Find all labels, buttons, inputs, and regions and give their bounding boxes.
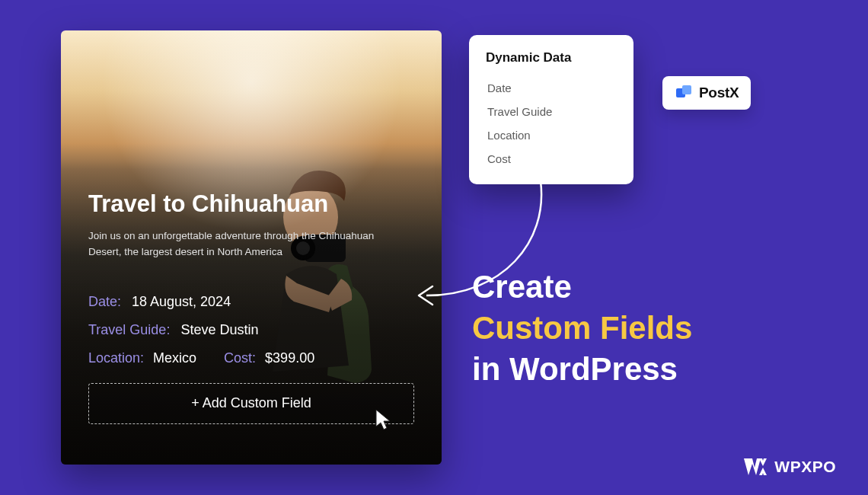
field-date-label: Date: [88, 294, 121, 310]
postx-label: PostX [699, 85, 739, 101]
popup-item-location[interactable]: Location [486, 123, 617, 147]
travel-card: Travel to Chihuahuan Join us on an unfor… [61, 30, 442, 465]
cursor-icon [374, 408, 394, 431]
wpxpo-label: WPXPO [774, 458, 836, 476]
field-location-label: Location: [88, 350, 144, 366]
dynamic-data-popup: Dynamic Data Date Travel Guide Location … [469, 35, 633, 184]
headline-line-3: in WordPress [472, 349, 692, 390]
custom-fields-list: Date: 18 August, 2024 Travel Guide: Stev… [88, 294, 414, 366]
field-guide-value: Steve Dustin [180, 322, 258, 338]
field-date-value: 18 August, 2024 [132, 294, 231, 310]
field-cost-label: Cost: [224, 350, 256, 366]
field-travel-guide: Travel Guide: Steve Dustin [88, 322, 414, 338]
headline-line-1: Create [472, 267, 692, 308]
field-location-cost: Location: Mexico Cost: $399.00 [88, 350, 414, 366]
postx-badge: PostX [662, 76, 751, 110]
field-cost-value: $399.00 [265, 350, 314, 366]
popup-title: Dynamic Data [486, 50, 617, 65]
popup-item-date[interactable]: Date [486, 76, 617, 100]
postx-logo-icon [675, 84, 693, 102]
popup-item-cost[interactable]: Cost [486, 147, 617, 171]
card-title: Travel to Chihuahuan [88, 190, 414, 218]
wpxpo-logo-icon [744, 457, 767, 477]
popup-item-travel-guide[interactable]: Travel Guide [486, 100, 617, 123]
wpxpo-logo: WPXPO [744, 457, 836, 477]
headline-line-2: Custom Fields [472, 308, 692, 349]
field-guide-label: Travel Guide: [88, 322, 170, 338]
field-location-value: Mexico [153, 350, 196, 366]
svg-rect-5 [682, 85, 691, 94]
add-custom-field-button[interactable]: + Add Custom Field [88, 383, 414, 424]
headline: Create Custom Fields in WordPress [472, 267, 692, 389]
card-description: Join us on an unforgettable adventure th… [88, 228, 385, 260]
card-content: Travel to Chihuahuan Join us on an unfor… [88, 190, 414, 424]
add-custom-field-label: + Add Custom Field [191, 395, 311, 411]
field-date: Date: 18 August, 2024 [88, 294, 414, 310]
